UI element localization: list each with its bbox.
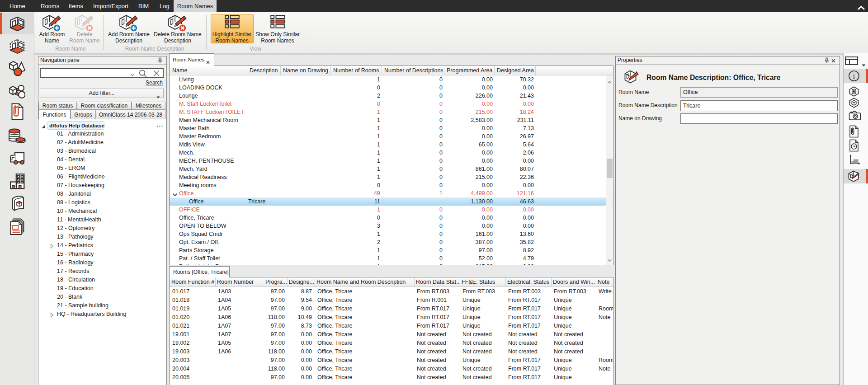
svg-text:i: i	[853, 72, 855, 80]
